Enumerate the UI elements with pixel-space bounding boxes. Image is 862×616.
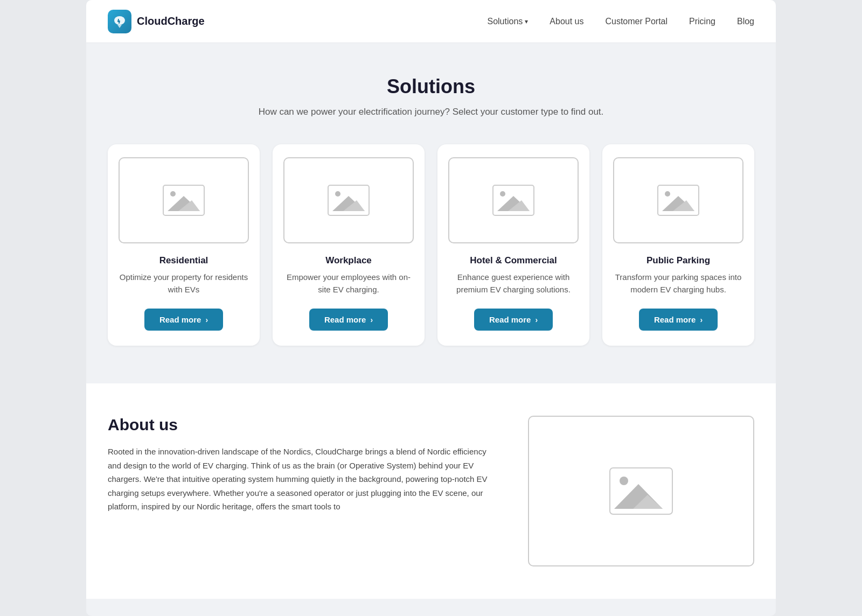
card-public-parking: Public Parking Transform your parking sp… [602, 144, 754, 346]
nav-item-portal[interactable]: Customer Portal [605, 17, 668, 26]
nav-blog-link: Blog [737, 17, 754, 26]
card-hotel-title: Hotel & Commercial [470, 255, 557, 266]
arrow-icon: › [205, 316, 208, 324]
cards-grid: Residential Optimize your property for r… [108, 144, 754, 346]
nav-item-solutions[interactable]: Solutions ▾ [487, 17, 528, 26]
card-workplace-title: Workplace [325, 255, 372, 266]
logo[interactable]: CloudCharge [108, 10, 205, 33]
read-more-parking-label: Read more [654, 315, 696, 324]
about-title: About us [108, 416, 496, 434]
nav-item-blog[interactable]: Blog [737, 17, 754, 26]
nav-pricing-link: Pricing [689, 17, 715, 26]
svg-point-2 [170, 191, 176, 197]
logo-text: CloudCharge [137, 15, 205, 27]
card-hotel-image [448, 157, 579, 243]
card-workplace-description: Empower your employees with on-site EV c… [283, 271, 414, 296]
about-image [528, 416, 754, 566]
card-workplace: Workplace Empower your employees with on… [273, 144, 425, 346]
about-text-area: About us Rooted in the innovation-driven… [108, 416, 496, 514]
nav-item-about[interactable]: About us [550, 17, 583, 26]
nav-portal-link: Customer Portal [605, 17, 668, 26]
logo-icon [108, 10, 131, 33]
read-more-workplace-label: Read more [324, 315, 366, 324]
solutions-title: Solutions [108, 75, 754, 98]
svg-point-0 [114, 16, 125, 25]
chevron-down-icon: ▾ [525, 18, 528, 25]
read-more-parking-button[interactable]: Read more › [639, 309, 718, 331]
nav-item-pricing[interactable]: Pricing [689, 17, 715, 26]
svg-point-18 [620, 477, 628, 485]
nav-links: Solutions ▾ About us Customer Portal Pri… [487, 17, 754, 26]
arrow-icon: › [535, 316, 538, 324]
card-residential-title: Residential [159, 255, 208, 266]
card-parking-description: Transform your parking spaces into moder… [613, 271, 743, 296]
svg-point-10 [500, 191, 505, 197]
card-parking-image [613, 157, 743, 243]
nav-about-link: About us [550, 17, 583, 26]
read-more-residential-button[interactable]: Read more › [144, 309, 223, 331]
about-body: Rooted in the innovation-driven landscap… [108, 445, 496, 514]
read-more-residential-label: Read more [159, 315, 201, 324]
card-residential: Residential Optimize your property for r… [108, 144, 260, 346]
card-residential-description: Optimize your property for residents wit… [119, 271, 249, 296]
navbar: CloudCharge Solutions ▾ About us Custome… [86, 0, 776, 43]
svg-point-6 [335, 191, 340, 197]
card-residential-image [119, 157, 249, 243]
arrow-icon: › [700, 316, 703, 324]
read-more-hotel-label: Read more [489, 315, 531, 324]
card-workplace-image [283, 157, 414, 243]
solutions-subtitle: How can we power your electrification jo… [108, 107, 754, 117]
solutions-section: Solutions How can we power your electrif… [86, 43, 776, 383]
arrow-icon: › [370, 316, 373, 324]
svg-point-14 [665, 191, 670, 197]
read-more-workplace-button[interactable]: Read more › [309, 309, 388, 331]
card-hotel-description: Enhance guest experience with premium EV… [448, 271, 579, 296]
read-more-hotel-button[interactable]: Read more › [474, 309, 553, 331]
about-section: About us Rooted in the innovation-driven… [86, 383, 776, 599]
card-parking-title: Public Parking [646, 255, 710, 266]
nav-solutions-label: Solutions [487, 17, 523, 26]
card-hotel-commercial: Hotel & Commercial Enhance guest experie… [437, 144, 589, 346]
